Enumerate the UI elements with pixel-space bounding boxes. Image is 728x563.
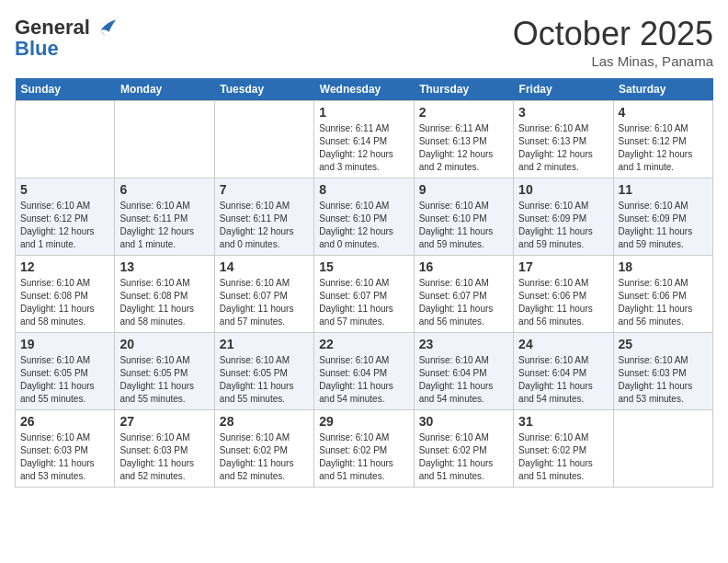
day-info: Sunrise: 6:10 AM Sunset: 6:08 PM Dayligh… <box>119 277 209 328</box>
col-header-thursday: Thursday <box>414 78 513 101</box>
location-subtitle: Las Minas, Panama <box>513 53 713 69</box>
col-header-friday: Friday <box>514 78 613 101</box>
calendar-cell <box>613 410 712 488</box>
day-info: Sunrise: 6:10 AM Sunset: 6:08 PM Dayligh… <box>20 277 109 328</box>
day-info: Sunrise: 6:10 AM Sunset: 6:05 PM Dayligh… <box>119 354 209 406</box>
day-number: 13 <box>119 259 209 274</box>
day-info: Sunrise: 6:10 AM Sunset: 6:13 PM Dayligh… <box>518 122 608 174</box>
day-info: Sunrise: 6:10 AM Sunset: 6:12 PM Dayligh… <box>619 122 708 174</box>
calendar-cell: 12Sunrise: 6:10 AM Sunset: 6:08 PM Dayli… <box>16 256 115 333</box>
day-number: 7 <box>220 182 309 197</box>
day-number: 22 <box>319 337 408 351</box>
day-number: 29 <box>319 414 408 429</box>
day-info: Sunrise: 6:10 AM Sunset: 6:07 PM Dayligh… <box>419 277 508 328</box>
calendar-cell: 20Sunrise: 6:10 AM Sunset: 6:05 PM Dayli… <box>115 333 214 410</box>
logo-bird-icon <box>92 15 118 40</box>
calendar-week-5: 26Sunrise: 6:10 AM Sunset: 6:03 PM Dayli… <box>16 410 713 488</box>
title-block: October 2025 Las Minas, Panama <box>513 15 713 69</box>
calendar-cell <box>214 101 313 178</box>
calendar-cell: 19Sunrise: 6:10 AM Sunset: 6:05 PM Dayli… <box>16 333 115 410</box>
day-info: Sunrise: 6:10 AM Sunset: 6:05 PM Dayligh… <box>220 354 309 406</box>
calendar-cell <box>115 101 214 178</box>
calendar-cell: 26Sunrise: 6:10 AM Sunset: 6:03 PM Dayli… <box>16 410 115 488</box>
day-number: 27 <box>119 414 209 429</box>
calendar-cell: 30Sunrise: 6:10 AM Sunset: 6:02 PM Dayli… <box>414 410 513 488</box>
day-info: Sunrise: 6:10 AM Sunset: 6:06 PM Dayligh… <box>518 277 608 328</box>
day-number: 6 <box>119 182 209 197</box>
day-number: 31 <box>518 414 608 429</box>
calendar-cell: 18Sunrise: 6:10 AM Sunset: 6:06 PM Dayli… <box>613 256 712 333</box>
day-number: 17 <box>518 259 608 274</box>
calendar-cell: 24Sunrise: 6:10 AM Sunset: 6:04 PM Dayli… <box>514 333 613 410</box>
calendar-cell: 14Sunrise: 6:10 AM Sunset: 6:07 PM Dayli… <box>214 256 313 333</box>
day-info: Sunrise: 6:10 AM Sunset: 6:05 PM Dayligh… <box>20 354 109 406</box>
day-info: Sunrise: 6:10 AM Sunset: 6:12 PM Dayligh… <box>20 200 109 251</box>
col-header-monday: Monday <box>115 78 214 101</box>
calendar-header-row: SundayMondayTuesdayWednesdayThursdayFrid… <box>16 78 713 101</box>
calendar-cell: 17Sunrise: 6:10 AM Sunset: 6:06 PM Dayli… <box>514 256 613 333</box>
col-header-sunday: Sunday <box>16 78 115 101</box>
calendar-cell: 25Sunrise: 6:10 AM Sunset: 6:03 PM Dayli… <box>613 333 712 410</box>
day-number: 16 <box>419 259 508 274</box>
day-info: Sunrise: 6:10 AM Sunset: 6:04 PM Dayligh… <box>319 354 408 406</box>
day-number: 28 <box>220 414 309 429</box>
calendar-cell: 16Sunrise: 6:10 AM Sunset: 6:07 PM Dayli… <box>414 256 513 333</box>
day-number: 18 <box>619 259 708 274</box>
calendar-cell: 28Sunrise: 6:10 AM Sunset: 6:02 PM Dayli… <box>214 410 313 488</box>
calendar-cell: 8Sunrise: 6:10 AM Sunset: 6:10 PM Daylig… <box>314 178 414 256</box>
day-number: 21 <box>220 337 309 351</box>
day-number: 30 <box>419 414 508 429</box>
calendar-cell: 2Sunrise: 6:11 AM Sunset: 6:13 PM Daylig… <box>414 101 513 178</box>
calendar-cell: 21Sunrise: 6:10 AM Sunset: 6:05 PM Dayli… <box>214 333 313 410</box>
calendar-week-2: 5Sunrise: 6:10 AM Sunset: 6:12 PM Daylig… <box>16 178 713 256</box>
day-number: 1 <box>319 105 408 120</box>
calendar-cell: 22Sunrise: 6:10 AM Sunset: 6:04 PM Dayli… <box>314 333 414 410</box>
day-number: 19 <box>20 337 109 351</box>
day-info: Sunrise: 6:10 AM Sunset: 6:09 PM Dayligh… <box>619 200 708 251</box>
calendar-table: SundayMondayTuesdayWednesdayThursdayFrid… <box>15 78 713 488</box>
day-number: 12 <box>20 259 109 274</box>
calendar-cell: 10Sunrise: 6:10 AM Sunset: 6:09 PM Dayli… <box>514 178 613 256</box>
calendar-cell: 6Sunrise: 6:10 AM Sunset: 6:11 PM Daylig… <box>115 178 214 256</box>
day-info: Sunrise: 6:10 AM Sunset: 6:11 PM Dayligh… <box>220 200 309 251</box>
calendar-week-1: 1Sunrise: 6:11 AM Sunset: 6:14 PM Daylig… <box>16 101 713 178</box>
day-number: 2 <box>419 105 508 120</box>
month-title: October 2025 <box>513 15 713 53</box>
calendar-cell: 31Sunrise: 6:10 AM Sunset: 6:02 PM Dayli… <box>514 410 613 488</box>
day-number: 23 <box>419 337 508 351</box>
day-number: 25 <box>619 337 708 351</box>
calendar-cell: 1Sunrise: 6:11 AM Sunset: 6:14 PM Daylig… <box>314 101 414 178</box>
day-info: Sunrise: 6:10 AM Sunset: 6:04 PM Dayligh… <box>518 354 608 406</box>
day-number: 20 <box>119 337 209 351</box>
day-number: 14 <box>220 259 309 274</box>
calendar-cell: 15Sunrise: 6:10 AM Sunset: 6:07 PM Dayli… <box>314 256 414 333</box>
calendar-cell <box>16 101 115 178</box>
day-number: 15 <box>319 259 408 274</box>
calendar-cell: 27Sunrise: 6:10 AM Sunset: 6:03 PM Dayli… <box>115 410 214 488</box>
calendar-cell: 29Sunrise: 6:10 AM Sunset: 6:02 PM Dayli… <box>314 410 414 488</box>
page-header: General Blue October 2025 Las Minas, Pan… <box>15 15 713 69</box>
calendar-cell: 4Sunrise: 6:10 AM Sunset: 6:12 PM Daylig… <box>613 101 712 178</box>
day-number: 10 <box>518 182 608 197</box>
day-info: Sunrise: 6:10 AM Sunset: 6:07 PM Dayligh… <box>220 277 309 328</box>
day-number: 11 <box>619 182 708 197</box>
col-header-tuesday: Tuesday <box>214 78 313 101</box>
day-info: Sunrise: 6:10 AM Sunset: 6:11 PM Dayligh… <box>119 200 209 251</box>
col-header-wednesday: Wednesday <box>314 78 414 101</box>
day-info: Sunrise: 6:10 AM Sunset: 6:02 PM Dayligh… <box>419 431 508 483</box>
day-info: Sunrise: 6:10 AM Sunset: 6:09 PM Dayligh… <box>518 200 608 251</box>
day-number: 9 <box>419 182 508 197</box>
day-info: Sunrise: 6:10 AM Sunset: 6:02 PM Dayligh… <box>319 431 408 483</box>
day-info: Sunrise: 6:10 AM Sunset: 6:02 PM Dayligh… <box>518 431 608 483</box>
day-number: 26 <box>20 414 109 429</box>
calendar-cell: 7Sunrise: 6:10 AM Sunset: 6:11 PM Daylig… <box>214 178 313 256</box>
col-header-saturday: Saturday <box>613 78 712 101</box>
day-info: Sunrise: 6:10 AM Sunset: 6:10 PM Dayligh… <box>319 200 408 251</box>
day-number: 3 <box>518 105 608 120</box>
logo: General Blue <box>15 15 118 61</box>
day-info: Sunrise: 6:11 AM Sunset: 6:13 PM Dayligh… <box>419 122 508 174</box>
day-info: Sunrise: 6:10 AM Sunset: 6:06 PM Dayligh… <box>619 277 708 328</box>
calendar-cell: 3Sunrise: 6:10 AM Sunset: 6:13 PM Daylig… <box>514 101 613 178</box>
calendar-week-4: 19Sunrise: 6:10 AM Sunset: 6:05 PM Dayli… <box>16 333 713 410</box>
day-info: Sunrise: 6:10 AM Sunset: 6:10 PM Dayligh… <box>419 200 508 251</box>
